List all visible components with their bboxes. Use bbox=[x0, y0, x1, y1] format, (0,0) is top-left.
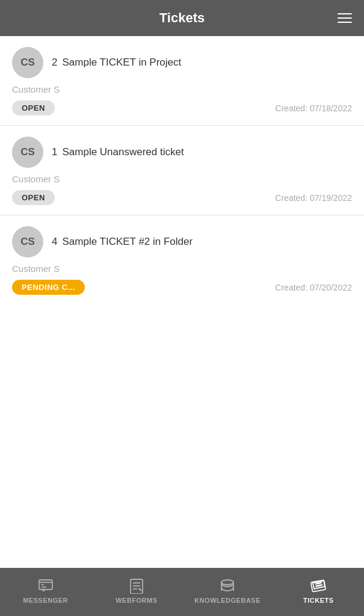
ticket-id: 1 bbox=[52, 146, 57, 158]
webforms-icon bbox=[128, 578, 145, 594]
knowledgebase-icon bbox=[219, 578, 236, 594]
avatar: CS bbox=[12, 137, 43, 168]
nav-label-messenger: MESSENGER bbox=[23, 597, 68, 604]
status-badge: OPEN bbox=[12, 100, 55, 116]
nav-item-knowledgebase[interactable]: KNOWLEDGEBASE bbox=[182, 578, 273, 604]
ticket-id: 2 bbox=[52, 57, 57, 69]
ticket-item[interactable]: CS 4 Sample TICKET #2 in Folder Customer… bbox=[0, 215, 364, 304]
ticket-title: Sample TICKET #2 in Folder bbox=[62, 236, 193, 248]
ticket-top-row: CS 2 Sample TICKET in Project bbox=[12, 47, 352, 78]
ticket-bottom-row: OPEN Created: 07/19/2022 bbox=[12, 190, 352, 205]
ticket-title: Sample Unanswered ticket bbox=[62, 146, 184, 158]
ticket-title: Sample TICKET in Project bbox=[62, 57, 181, 69]
ticket-id: 4 bbox=[52, 236, 57, 248]
avatar: CS bbox=[12, 47, 43, 78]
ticket-customer: Customer S bbox=[12, 84, 352, 94]
svg-rect-4 bbox=[131, 579, 143, 594]
svg-point-8 bbox=[139, 589, 141, 591]
messenger-icon bbox=[37, 578, 54, 594]
svg-rect-0 bbox=[39, 580, 52, 590]
ticket-item[interactable]: CS 1 Sample Unanswered ticket Customer S… bbox=[0, 126, 364, 215]
svg-line-18 bbox=[316, 585, 322, 586]
ticket-top-row: CS 1 Sample Unanswered ticket bbox=[12, 137, 352, 168]
ticket-created-date: Created: 07/20/2022 bbox=[275, 283, 352, 292]
bottom-navigation: MESSENGER WEBFORMS bbox=[0, 568, 364, 616]
ticket-created-date: Created: 07/18/2022 bbox=[275, 103, 352, 113]
ticket-item[interactable]: CS 2 Sample TICKET in Project Customer S… bbox=[0, 36, 364, 126]
ticket-bottom-row: PENDING C... Created: 07/20/2022 bbox=[12, 280, 352, 295]
page-title: Tickets bbox=[159, 10, 205, 26]
ticket-customer: Customer S bbox=[12, 263, 352, 274]
tickets-list: CS 2 Sample TICKET in Project Customer S… bbox=[0, 36, 364, 568]
ticket-created-date: Created: 07/19/2022 bbox=[275, 193, 352, 203]
ticket-customer: Customer S bbox=[12, 174, 352, 184]
ticket-id-title: 1 Sample Unanswered ticket bbox=[52, 146, 352, 158]
nav-label-knowledgebase: KNOWLEDGEBASE bbox=[194, 597, 261, 604]
nav-label-webforms: WEBFORMS bbox=[116, 597, 157, 604]
ticket-top-row: CS 4 Sample TICKET #2 in Folder bbox=[12, 226, 352, 257]
tickets-icon bbox=[310, 578, 327, 594]
ticket-id-title: 2 Sample TICKET in Project bbox=[52, 57, 352, 69]
app-header: Tickets bbox=[0, 0, 364, 36]
nav-item-webforms[interactable]: WEBFORMS bbox=[91, 578, 182, 604]
ticket-bottom-row: OPEN Created: 07/18/2022 bbox=[12, 100, 352, 116]
menu-button[interactable] bbox=[338, 13, 352, 23]
status-badge: PENDING C... bbox=[12, 280, 85, 295]
ticket-id-title: 4 Sample TICKET #2 in Folder bbox=[52, 236, 352, 248]
avatar: CS bbox=[12, 226, 43, 257]
nav-label-tickets: TICKETS bbox=[303, 597, 334, 604]
nav-item-tickets[interactable]: TICKETS bbox=[273, 578, 364, 604]
nav-item-messenger[interactable]: MESSENGER bbox=[0, 578, 91, 604]
status-badge: OPEN bbox=[12, 190, 55, 205]
svg-point-9 bbox=[221, 580, 233, 585]
